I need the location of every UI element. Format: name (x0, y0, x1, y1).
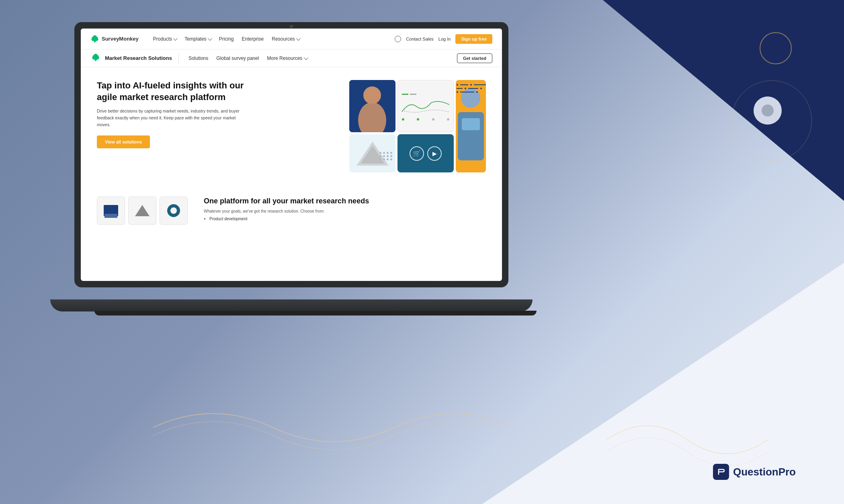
nav-products[interactable]: Products (150, 35, 180, 43)
subnav-items: Solutions Global survey panel More Resou… (188, 55, 447, 61)
chart-dots-row (402, 118, 449, 121)
view-all-solutions-button[interactable]: View all solutions (97, 135, 150, 148)
laptop-base (50, 299, 533, 311)
hero-cell-chart (397, 80, 454, 132)
chart-legend (402, 92, 449, 95)
lower-list: Product development (204, 217, 486, 221)
questionpro-logo-icon (713, 464, 729, 480)
lower-section: One platform for all your market researc… (81, 184, 502, 233)
subnav-more-resources[interactable]: More Resources (267, 55, 307, 61)
qp-icon-svg (715, 466, 727, 477)
mountain-icon (135, 205, 150, 216)
laptop-foot (94, 311, 537, 316)
person-right-illustration (456, 80, 486, 172)
legend-green (402, 94, 408, 95)
lower-list-item-1: Product development (209, 217, 486, 221)
chart-dot-4 (447, 118, 449, 121)
donut-chart-icon (167, 204, 180, 217)
login-link[interactable]: Log In (438, 37, 451, 41)
svg-point-1 (363, 86, 381, 104)
hero-cell-bottom-mid: 🛒 ▶ (397, 134, 454, 172)
nav-templates[interactable]: Templates (181, 35, 214, 43)
dots-decoration (379, 152, 393, 160)
nav-enterprise[interactable]: Enterprise (239, 35, 267, 43)
icon-card-1 (97, 197, 125, 225)
subnav-logo-icon (90, 53, 101, 64)
logo[interactable]: SurveyMonkey (90, 35, 139, 43)
resources-chevron-icon (296, 36, 300, 40)
circuit-row-1 (457, 84, 486, 86)
play-icon: ▶ (427, 146, 442, 161)
laptop-screen: SurveyMonkey Products Templates Pricing (81, 29, 502, 281)
hero-cell-person-right (456, 80, 486, 172)
decorative-circle-1 (760, 32, 792, 64)
lower-title: One platform for all your market researc… (204, 197, 486, 206)
svg-rect-6 (462, 118, 480, 130)
icon-card-3 (160, 197, 188, 225)
surveymonkey-logo-icon (90, 35, 99, 43)
screen-icon (104, 205, 118, 216)
questionpro-brand: QuestionPro (713, 464, 796, 480)
laptop: SurveyMonkey Products Templates Pricing (74, 22, 508, 311)
cart-icon: 🛒 (410, 146, 424, 161)
nav-items: Products Templates Pricing Enterprise (150, 35, 387, 43)
chart-dot-1 (402, 118, 404, 121)
avatar-circle-decoration (754, 96, 782, 125)
laptop-camera (290, 25, 293, 28)
hero-section: Tap into AI-fueled insights with our agi… (81, 67, 502, 184)
subnav-brand: Market Research Solutions (90, 53, 179, 64)
circuit-row-2 (457, 88, 486, 89)
globe-icon[interactable] (395, 36, 401, 42)
icon-card-2 (128, 197, 156, 225)
subnav-global-panel[interactable]: Global survey panel (216, 55, 259, 61)
hero-cell-person-left (349, 80, 395, 132)
lower-icons (97, 193, 188, 225)
signup-button[interactable]: Sign up free (455, 34, 492, 44)
templates-chevron-icon (208, 36, 212, 40)
more-resources-chevron-icon (304, 55, 308, 59)
questionpro-text: QuestionPro (733, 466, 796, 478)
laptop-screen-outer: SurveyMonkey Products Templates Pricing (74, 22, 508, 287)
logo-text: SurveyMonkey (102, 36, 139, 42)
nav-resources[interactable]: Resources (268, 35, 302, 43)
nav-pricing[interactable]: Pricing (216, 35, 237, 43)
get-started-button[interactable]: Get started (457, 53, 492, 63)
subnav: Market Research Solutions Solutions Glob… (81, 49, 502, 67)
contact-sales-link[interactable]: Contact Sales (406, 37, 433, 41)
navbar: SurveyMonkey Products Templates Pricing (81, 29, 502, 49)
hero-left: Tap into AI-fueled insights with our agi… (97, 80, 250, 148)
hero-description: Drive better decisions by capturing mark… (97, 108, 250, 128)
hero-title: Tap into AI-fueled insights with our agi… (97, 80, 250, 103)
lower-right: One platform for all your market researc… (204, 193, 486, 222)
person-left-illustration (349, 80, 395, 132)
products-chevron-icon (173, 36, 178, 40)
legend-gray (410, 94, 416, 95)
lower-description: Whatever your goals, we've got the resea… (204, 209, 486, 213)
nav-right: Contact Sales Log In Sign up free (395, 34, 492, 44)
chart-dot-3 (432, 118, 434, 121)
subnav-solutions[interactable]: Solutions (188, 55, 208, 61)
squiggle-decoration-bottom (153, 391, 514, 464)
circuit-row-3 (457, 91, 486, 93)
subnav-title: Market Research Solutions (105, 55, 172, 61)
chart-svg (402, 96, 449, 117)
hero-right: 🛒 ▶ (266, 80, 486, 176)
chart-dot-2 (417, 118, 419, 121)
hero-image-grid: 🛒 ▶ (349, 80, 486, 172)
circuit-decoration (457, 84, 486, 93)
icon-screen (104, 205, 118, 216)
